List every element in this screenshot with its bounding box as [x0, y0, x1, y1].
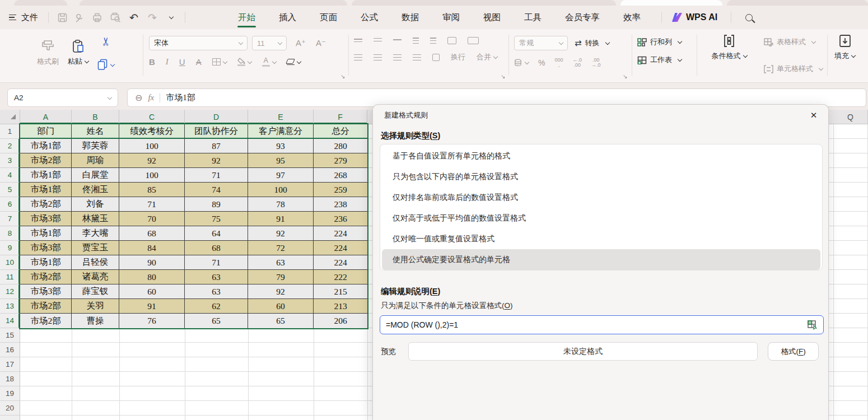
- worksheet-button[interactable]: 工作表: [637, 55, 682, 65]
- shrink-font-button[interactable]: A⁻: [316, 38, 326, 48]
- row-header-12[interactable]: 12: [0, 284, 20, 299]
- merge-cells-icon[interactable]: [468, 37, 479, 44]
- cell[interactable]: 92: [185, 153, 248, 168]
- cell[interactable]: 62: [185, 299, 248, 314]
- cell[interactable]: 213: [314, 299, 367, 314]
- ribbon-tab-插入[interactable]: 插入: [267, 6, 308, 29]
- cell[interactable]: 市场3部: [20, 284, 72, 299]
- cell[interactable]: 92: [248, 226, 314, 241]
- italic-button[interactable]: I: [166, 57, 169, 67]
- cell[interactable]: 100: [248, 183, 314, 197]
- row-header-10[interactable]: 10: [0, 255, 20, 270]
- rule-type-option[interactable]: 基于各自值设置所有单元格的格式: [382, 146, 820, 166]
- redo-button[interactable]: ↷: [145, 6, 160, 29]
- cell[interactable]: 63: [185, 270, 248, 284]
- select-all-corner[interactable]: [0, 110, 20, 124]
- row-header-5[interactable]: 5: [0, 183, 20, 197]
- cell[interactable]: 91: [248, 212, 314, 226]
- cell[interactable]: 206: [314, 314, 367, 328]
- row-header-19[interactable]: 19: [0, 386, 20, 401]
- cell[interactable]: 268: [314, 168, 367, 183]
- fx-icon[interactable]: fx: [148, 93, 154, 102]
- row-header-7[interactable]: 7: [0, 212, 20, 226]
- window-tab[interactable]: [14, 0, 67, 6]
- row-header-14[interactable]: 14: [0, 314, 20, 328]
- cell[interactable]: 87: [185, 139, 248, 153]
- align-middle-icon[interactable]: [374, 38, 382, 43]
- cell[interactable]: 92: [119, 153, 185, 168]
- header-cell[interactable]: 团队协作分: [185, 124, 248, 139]
- cell[interactable]: 74: [185, 183, 248, 197]
- cell[interactable]: 市场3部: [20, 241, 72, 255]
- cell[interactable]: 71: [185, 255, 248, 270]
- cell[interactable]: 236: [314, 212, 367, 226]
- row-header-3[interactable]: 3: [0, 153, 20, 168]
- row-header-18[interactable]: 18: [0, 372, 20, 386]
- currency-button[interactable]: [514, 59, 529, 67]
- ribbon-tab-审阅[interactable]: 审阅: [431, 6, 472, 29]
- column-header-Q[interactable]: Q: [833, 110, 868, 124]
- cell[interactable]: 李大嘴: [72, 226, 119, 241]
- number-dialog-launcher[interactable]: ↘: [623, 73, 627, 80]
- cell[interactable]: 63: [248, 255, 314, 270]
- export-button[interactable]: [71, 6, 86, 29]
- wrap-text-icon[interactable]: [447, 37, 456, 44]
- name-box[interactable]: A2: [7, 88, 118, 107]
- cell[interactable]: 224: [314, 226, 367, 241]
- copy-button[interactable]: [97, 59, 114, 71]
- window-tab-active[interactable]: [620, 0, 722, 6]
- column-header-E[interactable]: E: [248, 110, 314, 124]
- ribbon-tab-效率[interactable]: 效率: [612, 6, 652, 29]
- cell[interactable]: 79: [248, 270, 314, 284]
- file-menu-button[interactable]: 文件: [9, 6, 38, 29]
- header-cell[interactable]: 姓名: [72, 124, 119, 139]
- justify-icon[interactable]: [413, 54, 421, 60]
- cell[interactable]: 64: [185, 226, 248, 241]
- align-bottom-icon[interactable]: [393, 39, 402, 42]
- alignment-dialog-launcher[interactable]: ↘: [501, 73, 505, 80]
- font-color-button[interactable]: A: [262, 57, 276, 67]
- save-button[interactable]: [55, 6, 69, 29]
- rule-type-option[interactable]: 只为包含以下内容的单元格设置格式: [382, 166, 820, 187]
- conditional-format-button[interactable]: 条件格式: [702, 34, 756, 77]
- eraser-button[interactable]: [287, 59, 301, 66]
- wrap-text-label[interactable]: 换行: [451, 52, 465, 62]
- header-cell[interactable]: 客户满意分: [248, 124, 314, 139]
- cell[interactable]: 林黛玉: [72, 212, 119, 226]
- increase-decimal-button[interactable]: ←.0.00: [572, 58, 582, 68]
- cell[interactable]: 贾宝玉: [72, 241, 119, 255]
- bold-button[interactable]: B: [149, 57, 155, 67]
- cell[interactable]: 68: [185, 241, 248, 255]
- cell[interactable]: 60: [119, 284, 185, 299]
- cell[interactable]: 市场2部: [20, 153, 72, 168]
- cell[interactable]: 市场2部: [20, 270, 72, 284]
- table-style-button[interactable]: 表格样式: [764, 37, 823, 47]
- rule-type-option[interactable]: 使用公式确定要设置格式的单元格: [382, 249, 820, 270]
- format-painter-button[interactable]: 格式刷: [37, 39, 59, 67]
- window-tab[interactable]: [352, 0, 616, 6]
- cell[interactable]: 215: [314, 284, 367, 299]
- rule-type-option[interactable]: 仅对高于或低于平均值的数值设置格式: [382, 208, 820, 228]
- cell[interactable]: 诸葛亮: [72, 270, 119, 284]
- rows-cols-button[interactable]: 行和列: [637, 37, 682, 47]
- align-top-icon[interactable]: [354, 39, 362, 43]
- cell[interactable]: 222: [314, 270, 367, 284]
- column-header-A[interactable]: A: [20, 110, 72, 124]
- cell[interactable]: 市场1部: [20, 168, 72, 183]
- cell[interactable]: 市场1部: [20, 255, 72, 270]
- row-header-21[interactable]: 21: [0, 416, 20, 420]
- cell[interactable]: 郭芙蓉: [72, 139, 119, 153]
- cell[interactable]: 92: [248, 284, 314, 299]
- cell[interactable]: 80: [119, 270, 185, 284]
- cell[interactable]: 279: [314, 153, 367, 168]
- cell[interactable]: 72: [248, 241, 314, 255]
- header-cell[interactable]: 部门: [20, 124, 72, 139]
- fill-button[interactable]: 填充: [834, 34, 855, 61]
- thousand-separator-button[interactable]: 000,: [554, 58, 563, 68]
- dialog-close-button[interactable]: ✕: [807, 109, 820, 122]
- align-center-icon[interactable]: [374, 54, 382, 60]
- distributed-icon[interactable]: [432, 54, 440, 61]
- cell[interactable]: 76: [119, 314, 185, 328]
- cell[interactable]: 60: [248, 299, 314, 314]
- cell[interactable]: 71: [185, 168, 248, 183]
